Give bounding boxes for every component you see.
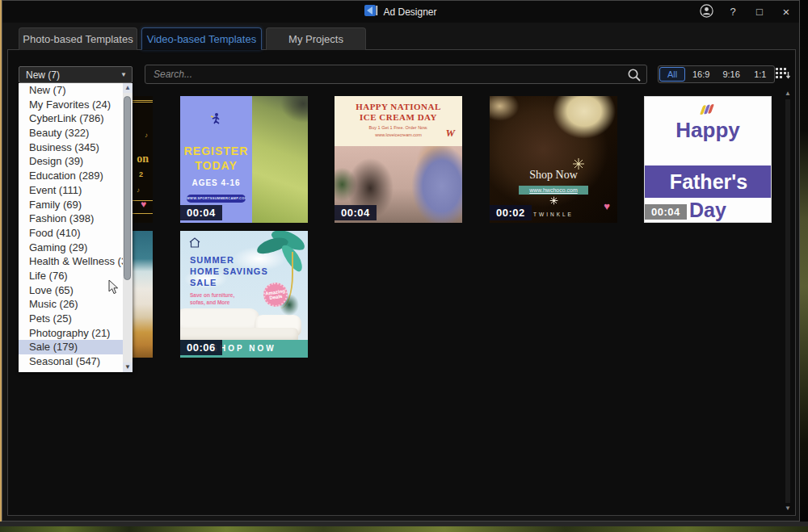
favorite-heart-icon[interactable]: ♥	[604, 200, 610, 212]
category-item-pets[interactable]: Pets (25)	[19, 312, 133, 326]
category-item-music[interactable]: Music (26)	[19, 297, 133, 312]
app-window: Ad Designer ? □ × Photo-based Templates …	[2, 0, 800, 522]
category-item-photography[interactable]: Photography (21)	[19, 326, 133, 341]
music-note-icon: ♪	[137, 186, 140, 194]
main-scroll-down-arrow[interactable]: ▼	[783, 505, 793, 512]
template-title: REGISTER	[180, 145, 252, 157]
search-icon[interactable]	[627, 68, 642, 86]
template-title: ICE CREAM DAY	[335, 112, 462, 122]
category-list: New (7) My Favorites (24) CyberLink (786…	[19, 83, 133, 372]
category-item-business[interactable]: Business (345)	[19, 140, 133, 155]
category-item-health[interactable]: Health & Wellness (3…	[19, 254, 133, 269]
twinkle-flower-icon	[549, 194, 558, 208]
category-item-food[interactable]: Food (410)	[19, 226, 133, 241]
duration-badge: 00:06	[180, 340, 222, 355]
category-scrollbar[interactable]: ▲ ▼	[123, 83, 133, 372]
duration-badge: 00:04	[180, 205, 222, 220]
favorite-heart-icon[interactable]: ♥	[141, 199, 146, 210]
filter-16-9-button[interactable]: 16:9	[687, 67, 715, 82]
template-ice-cream[interactable]: HAPPY NATIONAL ICE CREAM DAY Buy 1 Get 1…	[335, 96, 462, 223]
filter-all-button[interactable]: All	[659, 67, 685, 82]
aspect-ratio-filter-group: All 16:9 9:16 1:1	[658, 65, 775, 83]
template-url: www.loveicecream.com	[335, 132, 462, 137]
template-title: TODAY	[180, 159, 252, 172]
template-title: Father's	[644, 170, 772, 194]
category-item-fashion[interactable]: Fashion (398)	[19, 212, 133, 226]
search-box	[145, 65, 647, 84]
duration-badge: 00:04	[335, 205, 377, 220]
template-sports-camp[interactable]: REGISTER TODAY AGES 4-16 WWW.SPORTSSUMME…	[180, 96, 308, 223]
template-summer-sale[interactable]: SUMMER HOME SAVINGS SALE Save on furnitu…	[180, 231, 308, 358]
category-item-gaming[interactable]: Gaming (29)	[19, 241, 133, 255]
app-title: Ad Designer	[383, 6, 436, 18]
desktop-edge-bottom	[0, 526, 808, 532]
template-subtitle: Buy 1 Get 1 Free. Order Now.	[335, 125, 462, 130]
mouse-cursor	[108, 279, 120, 299]
template-fathers-day[interactable]: Happy Father's Day 00:04	[644, 96, 772, 223]
template-title: SUMMER	[190, 255, 234, 265]
user-account-icon[interactable]	[700, 4, 713, 20]
scrollbar-thumb[interactable]	[124, 96, 131, 280]
scroll-down-arrow[interactable]: ▼	[123, 362, 133, 372]
category-item-cyberlink[interactable]: CyberLink (786)	[19, 111, 133, 126]
template-title: Happy	[645, 118, 771, 143]
tab-bar: Photo-based Templates Video-based Templa…	[19, 27, 366, 50]
template-url-pill: WWW.SPORTSSUMMERCAMP.COM	[187, 195, 246, 203]
template-chocolate[interactable]: Shop Now www.hwchoco.com TWINKLE ♥ 00:02	[490, 96, 617, 223]
template-title: HAPPY NATIONAL	[335, 102, 462, 111]
titlebar[interactable]: Ad Designer ? □ ×	[2, 1, 799, 23]
chevron-down-icon: ▼	[120, 71, 132, 78]
category-dropdown-value: New (7)	[19, 69, 120, 81]
duration-badge: 00:02	[490, 205, 532, 220]
desktop-edge-right	[800, 0, 808, 522]
filter-9-16-button[interactable]: 9:16	[717, 67, 745, 82]
template-subtitle: Save on furniture,	[190, 292, 234, 298]
filter-1-1-button[interactable]: 1:1	[747, 67, 773, 82]
tab-my-projects[interactable]: My Projects	[266, 27, 366, 50]
scroll-up-arrow[interactable]: ▲	[123, 83, 133, 93]
category-item-new[interactable]: New (7)	[19, 83, 133, 98]
brand-logo: W	[445, 127, 455, 140]
category-item-seasonal[interactable]: Seasonal (547)	[19, 354, 133, 369]
main-scroll-up-arrow[interactable]: ▲	[783, 90, 793, 97]
music-note-icon: ♪	[145, 132, 148, 139]
template-subtitle: AGES 4-16	[180, 178, 252, 187]
template-text-fragment: 2	[139, 170, 143, 178]
category-dropdown[interactable]: New (7) ▼	[19, 66, 133, 83]
purple-band: Father's	[644, 165, 772, 198]
help-button[interactable]: ?	[726, 6, 739, 18]
template-cta: Shop Now	[490, 169, 617, 182]
category-item-family[interactable]: Family (69)	[19, 198, 133, 212]
category-item-education[interactable]: Education (289)	[19, 169, 133, 183]
tab-video-templates[interactable]: Video-based Templates	[141, 27, 262, 50]
template-title: HOME SAVINGS	[190, 266, 268, 276]
pencils-logo-icon	[701, 104, 713, 115]
grass-video-frame	[252, 96, 308, 223]
maximize-button[interactable]: □	[753, 6, 766, 18]
category-item-design[interactable]: Design (39)	[19, 154, 133, 169]
template-title: SALE	[190, 278, 217, 287]
display-order-icon[interactable]	[775, 67, 791, 85]
screen: Ad Designer ? □ × Photo-based Templates …	[0, 0, 808, 532]
tab-photo-templates[interactable]: Photo-based Templates	[19, 27, 137, 50]
category-item-event[interactable]: Event (111)	[19, 183, 133, 198]
main-scrollbar[interactable]	[785, 99, 790, 503]
duration-badge: 00:04	[645, 204, 687, 220]
house-icon	[188, 237, 201, 251]
category-item-favorites[interactable]: My Favorites (24)	[19, 98, 133, 112]
template-subtitle: sofas, and More	[190, 300, 229, 305]
search-input[interactable]	[145, 65, 646, 83]
runner-icon	[209, 112, 222, 128]
category-item-beauty[interactable]: Beauty (322)	[19, 126, 133, 140]
template-text-fragment: on	[137, 153, 149, 165]
cyberlink-logo-icon	[364, 5, 378, 19]
close-button[interactable]: ×	[780, 5, 793, 19]
category-item-sale[interactable]: Sale (179)	[19, 340, 133, 354]
